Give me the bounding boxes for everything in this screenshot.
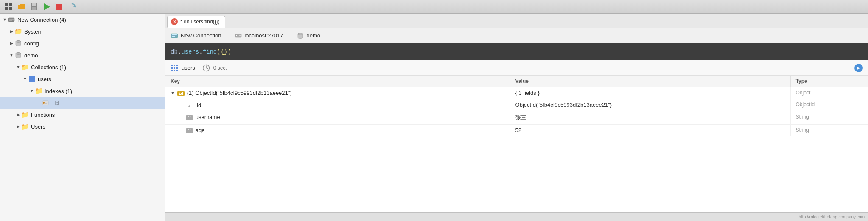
row-value-text: { 3 fields }	[510, 87, 790, 99]
refresh-toolbar-icon[interactable]	[67, 2, 77, 12]
svg-rect-1	[9, 3, 12, 6]
users-arrow	[22, 76, 28, 82]
functions-arrow	[15, 112, 21, 118]
svg-rect-42	[171, 67, 173, 69]
svg-rect-17	[29, 76, 31, 78]
svg-rect-23	[29, 80, 31, 82]
indexes-label: Indexes (1)	[45, 88, 72, 94]
results-toolbar: users 0 sec. ▶	[165, 60, 868, 76]
users-label: users	[38, 76, 51, 82]
row-value-text: 张三	[510, 111, 790, 125]
folder-toolbar-icon[interactable]	[16, 2, 26, 12]
sidebar-item-users[interactable]: users	[0, 73, 165, 85]
functions-folder-icon: 📁	[21, 111, 29, 119]
svg-marker-7	[44, 3, 50, 10]
functions-label: Functions	[31, 112, 55, 118]
tabs-bar: ✕ * db.users.find({})	[165, 14, 868, 28]
sidebar-item-config[interactable]: config	[0, 37, 165, 49]
system-label: System	[24, 28, 42, 35]
sidebar-item-collections[interactable]: 📁 Collections (1)	[0, 61, 165, 73]
host-icon	[235, 32, 242, 39]
results-table: Key Value Type ▼id(1) ObjectId("5fb4cf9c…	[165, 76, 868, 212]
users2-folder-icon: 📁	[21, 123, 29, 130]
svg-rect-10	[8, 18, 14, 22]
id-index-arrow	[36, 100, 42, 106]
indexes-arrow	[29, 88, 35, 94]
grid-toolbar-icon[interactable]	[3, 2, 14, 12]
db-item[interactable]: demo	[297, 32, 320, 39]
svg-point-38	[298, 33, 303, 35]
collections-label: Collections (1)	[31, 64, 66, 71]
row-key-text: age	[196, 127, 205, 133]
svg-rect-39	[171, 65, 173, 66]
results-collection-icon	[171, 64, 178, 72]
results-sep	[199, 65, 199, 71]
root-arrow	[2, 17, 8, 23]
col-type-header: Type	[790, 76, 868, 87]
conn-sep-2	[290, 31, 290, 40]
users-grid-icon	[28, 75, 36, 83]
svg-rect-18	[31, 76, 33, 78]
svg-rect-21	[31, 78, 33, 80]
next-page-button[interactable]: ▶	[854, 64, 863, 72]
connection-item[interactable]: New Connection	[171, 32, 221, 40]
sidebar-item-demo[interactable]: demo	[0, 49, 165, 61]
config-db-icon	[14, 40, 22, 47]
sidebar-item-id-index[interactable]: _id_	[0, 97, 165, 109]
tab-label: * db.users.find({})	[180, 19, 220, 25]
svg-rect-45	[171, 70, 173, 71]
row-type-text: String	[790, 125, 868, 136]
host-label: localhost:27017	[244, 32, 283, 39]
svg-rect-46	[174, 70, 175, 71]
save-toolbar-icon[interactable]	[29, 2, 39, 12]
svg-rect-11	[9, 19, 14, 20]
connection-label: New Connection	[181, 32, 221, 39]
demo-arrow	[8, 52, 14, 58]
results-time: 0 sec.	[213, 65, 227, 71]
sidebar-item-system[interactable]: 📁 System	[0, 26, 165, 37]
svg-rect-0	[5, 3, 8, 6]
tab-close-button[interactable]: ✕	[171, 18, 178, 25]
table-row[interactable]: ""age52String	[165, 125, 868, 136]
demo-label: demo	[24, 52, 38, 59]
table-row[interactable]: □_idObjectId("5fb4cf9c5993df2b13aeee21")…	[165, 99, 868, 111]
sidebar-item-indexes[interactable]: 📁 Indexes (1)	[0, 85, 165, 97]
svg-marker-9	[73, 5, 75, 7]
string-badge-icon: ""	[186, 127, 193, 133]
table-row[interactable]: ▼id(1) ObjectId("5fb4cf9c5993df2b13aeee2…	[165, 87, 868, 99]
col-value-header: Value	[510, 76, 790, 87]
sidebar: New Connection (4) 📁 System config demo	[0, 14, 165, 221]
id-badge-icon: id	[177, 90, 185, 96]
sidebar-item-functions[interactable]: 📁 Functions	[0, 109, 165, 121]
indexes-folder-icon: 📁	[35, 87, 42, 95]
svg-rect-30	[171, 34, 178, 38]
svg-rect-40	[174, 65, 175, 66]
row-type-text: Object	[790, 87, 868, 99]
clock-icon	[202, 64, 210, 72]
row-value-text: ObjectId("5fb4cf9c5993df2b13aeee21")	[510, 99, 790, 111]
root-label: New Connection (4)	[17, 17, 66, 23]
run-toolbar-icon[interactable]	[42, 2, 52, 12]
svg-rect-12	[9, 20, 12, 21]
system-arrow	[8, 28, 14, 34]
row-expand-arrow[interactable]: ▼	[171, 91, 175, 95]
svg-rect-5	[32, 3, 36, 6]
main-layout: New Connection (4) 📁 System config demo	[0, 14, 868, 221]
table-row[interactable]: ""username张三String	[165, 111, 868, 125]
col-key-header: Key	[165, 76, 510, 87]
host-item[interactable]: localhost:27017	[235, 32, 283, 39]
sidebar-item-users2[interactable]: 📁 Users	[0, 121, 165, 133]
query-tab[interactable]: ✕ * db.users.find({})	[167, 16, 225, 28]
content-area: ✕ * db.users.find({}) New Connection	[165, 14, 868, 221]
svg-point-14	[16, 41, 21, 43]
svg-rect-8	[56, 4, 62, 10]
status-bar: http://rolog.cf/hefang.company.com	[165, 212, 868, 221]
users2-arrow	[15, 124, 21, 130]
stop-toolbar-icon[interactable]	[54, 2, 64, 12]
root-connection-icon	[8, 16, 15, 23]
sidebar-item-root[interactable]: New Connection (4)	[0, 14, 165, 26]
conn-sep-1	[228, 31, 228, 40]
query-bar[interactable]: db.users.find({})	[165, 43, 868, 60]
svg-rect-47	[176, 70, 178, 71]
svg-point-27	[43, 102, 45, 104]
